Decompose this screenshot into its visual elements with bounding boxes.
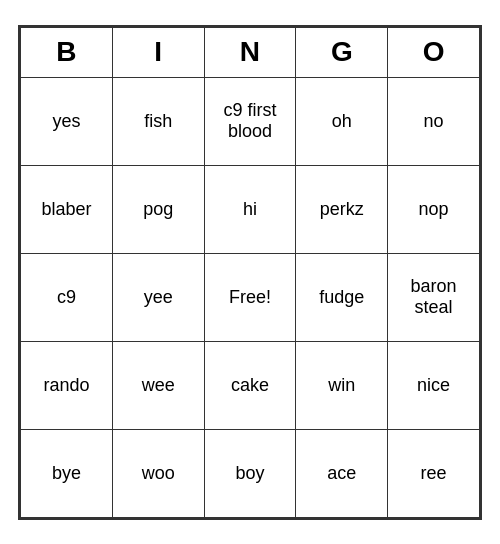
cell-r3-c4: nice — [388, 341, 480, 429]
table-row: blaberpoghiperkznop — [21, 165, 480, 253]
cell-r0-c1: fish — [112, 77, 204, 165]
cell-r2-c2: Free! — [204, 253, 296, 341]
cell-r4-c4: ree — [388, 429, 480, 517]
cell-r3-c2: cake — [204, 341, 296, 429]
table-row: byewooboyaceree — [21, 429, 480, 517]
cell-r2-c4: baron steal — [388, 253, 480, 341]
cell-r3-c1: wee — [112, 341, 204, 429]
table-row: yesfishc9 first bloodohno — [21, 77, 480, 165]
cell-r0-c3: oh — [296, 77, 388, 165]
cell-r3-c0: rando — [21, 341, 113, 429]
cell-r1-c1: pog — [112, 165, 204, 253]
cell-r4-c2: boy — [204, 429, 296, 517]
header-cell-b: B — [21, 27, 113, 77]
cell-r3-c3: win — [296, 341, 388, 429]
cell-r4-c1: woo — [112, 429, 204, 517]
cell-r0-c0: yes — [21, 77, 113, 165]
cell-r1-c4: nop — [388, 165, 480, 253]
cell-r4-c3: ace — [296, 429, 388, 517]
header-cell-o: O — [388, 27, 480, 77]
header-cell-n: N — [204, 27, 296, 77]
cell-r2-c3: fudge — [296, 253, 388, 341]
header-row: BINGO — [21, 27, 480, 77]
header-cell-g: G — [296, 27, 388, 77]
cell-r0-c4: no — [388, 77, 480, 165]
cell-r4-c0: bye — [21, 429, 113, 517]
table-row: randoweecakewinnice — [21, 341, 480, 429]
header-cell-i: I — [112, 27, 204, 77]
cell-r1-c0: blaber — [21, 165, 113, 253]
cell-r2-c0: c9 — [21, 253, 113, 341]
bingo-table: BINGO yesfishc9 first bloodohnoblaberpog… — [20, 27, 480, 518]
cell-r2-c1: yee — [112, 253, 204, 341]
table-row: c9yeeFree!fudgebaron steal — [21, 253, 480, 341]
bingo-card: BINGO yesfishc9 first bloodohnoblaberpog… — [18, 25, 482, 520]
cell-r1-c2: hi — [204, 165, 296, 253]
cell-r1-c3: perkz — [296, 165, 388, 253]
cell-r0-c2: c9 first blood — [204, 77, 296, 165]
